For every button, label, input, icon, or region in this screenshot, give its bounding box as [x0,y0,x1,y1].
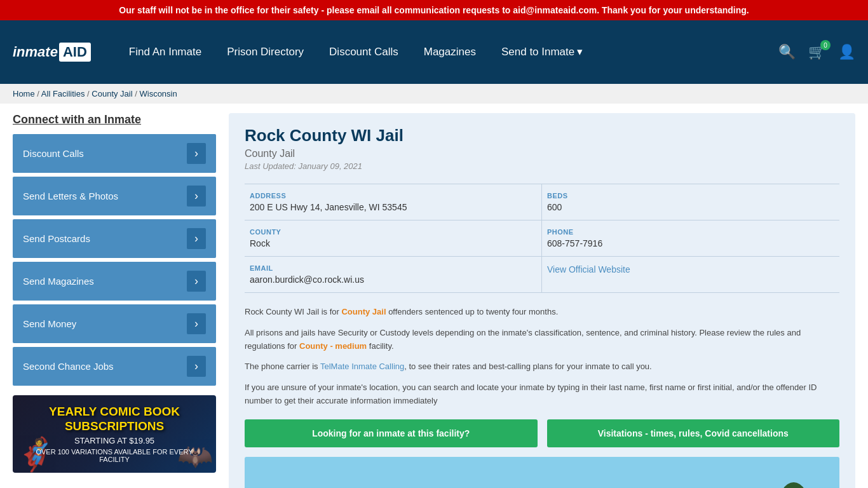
arrow-icon: › [187,186,206,207]
county-label: COUNTY [250,228,536,236]
action-buttons: Looking for an inmate at this facility? … [245,419,839,447]
ad-price: STARTING AT $19.95 [74,436,154,445]
cart-badge: 0 [820,40,831,50]
sidebar-btn-letters[interactable]: Send Letters & Photos › [13,177,216,215]
account-button[interactable]: 👤 [838,44,855,60]
beds-value: 600 [547,202,834,212]
address-value: 200 E US Hwy 14, Janesville, WI 53545 [250,202,536,212]
main-content: Connect with an Inmate Discount Calls › … [0,104,868,488]
sidebar-btn-postcards[interactable]: Send Postcards › [13,219,216,258]
breadcrumb: Home / All Facilities / County Jail / Wi… [0,84,868,104]
desc-para-3: The phone carrier is TelMate Inmate Call… [245,360,839,374]
facility-type: County Jail [245,148,839,159]
search-button[interactable]: 🔍 [778,44,796,60]
sidebar-ad[interactable]: 🦸 YEARLY COMIC BOOKSUBSCRIPTIONS STARTIN… [13,395,216,473]
facility-image [245,457,839,488]
sidebar-btn-discount-calls[interactable]: Discount Calls › [13,134,216,173]
facility-updated: Last Updated: January 09, 2021 [245,161,839,171]
website-link[interactable]: View Official Website [547,264,630,274]
facility-description: Rock County WI Jail is for County Jail o… [245,306,839,408]
website-cell: View Official Website [542,257,839,293]
nav-prison-directory[interactable]: Prison Directory [214,20,316,84]
alert-text: Our staff will not be in the office for … [119,5,749,15]
county-value: Rock [250,238,536,248]
cart-button[interactable]: 🛒 0 [808,44,825,60]
phone-value: 608-757-7916 [547,238,834,248]
sidebar-title: Connect with an Inmate [13,113,216,126]
sidebar-btn-magazines[interactable]: Send Magazines › [13,262,216,301]
email-value: aaron.burdick@co.rock.wi.us [250,274,536,285]
sidebar-btn-money[interactable]: Send Money › [13,304,216,343]
ad-subtitle: OVER 100 VARIATIONS AVAILABLE FOR EVERY … [22,448,207,463]
find-inmate-button[interactable]: Looking for an inmate at this facility? [245,419,538,447]
nav-magazines[interactable]: Magazines [411,20,489,84]
address-cell: ADDRESS 200 E US Hwy 14, Janesville, WI … [245,184,542,220]
county-medium-link[interactable]: County - medium [299,341,367,351]
ad-title: YEARLY COMIC BOOKSUBSCRIPTIONS [49,405,180,434]
breadcrumb-all-facilities[interactable]: All Facilities [41,89,85,98]
sidebar-btn-jobs[interactable]: Second Chance Jobs › [13,347,216,386]
main-nav: Find An Inmate Prison Directory Discount… [116,20,778,84]
facility-info-grid: ADDRESS 200 E US Hwy 14, Janesville, WI … [245,184,839,293]
visitation-button[interactable]: Visitations - times, rules, Covid cancel… [547,419,840,447]
nav-find-inmate[interactable]: Find An Inmate [116,20,214,84]
email-cell: EMAIL aaron.burdick@co.rock.wi.us [245,257,542,293]
breadcrumb-wisconsin[interactable]: Wisconsin [139,89,177,98]
nav-discount-calls[interactable]: Discount Calls [316,20,411,84]
desc-para-2: All prisons and jails have Security or C… [245,327,839,353]
arrow-icon: › [187,313,206,334]
phone-cell: PHONE 608-757-7916 [542,220,839,257]
address-label: ADDRESS [250,192,536,200]
nav-send-to-inmate[interactable]: Send to Inmate ▾ [489,20,595,84]
facility-name: Rock County WI Jail [245,126,839,146]
tree-right [778,482,810,488]
logo-box: inmate AID [13,43,91,62]
nav-icons: 🔍 🛒 0 👤 [778,44,855,60]
county-jail-link[interactable]: County Jail [341,307,386,316]
logo-inmate-text: inmate [13,44,58,60]
arrow-icon: › [187,271,206,292]
phone-label: PHONE [547,228,834,236]
desc-para-1: Rock County WI Jail is for County Jail o… [245,306,839,319]
arrow-icon: › [187,228,206,249]
beds-cell: BEDS 600 [542,184,839,220]
site-header: inmate AID Find An Inmate Prison Directo… [0,20,868,84]
breadcrumb-home[interactable]: Home [13,89,35,98]
telmate-link[interactable]: TelMate Inmate Calling [320,362,404,371]
breadcrumb-county-jail[interactable]: County Jail [92,89,132,98]
arrow-icon: › [187,356,206,377]
county-cell: COUNTY Rock [245,220,542,257]
email-label: EMAIL [250,264,536,272]
beds-label: BEDS [547,192,834,200]
desc-para-4: If you are unsure of your inmate's locat… [245,381,839,408]
alert-banner: Our staff will not be in the office for … [0,0,868,20]
logo[interactable]: inmate AID [13,43,91,62]
logo-aid-text: AID [59,43,91,62]
facility-detail: Rock County WI Jail County Jail Last Upd… [229,113,855,488]
arrow-icon: › [187,143,206,164]
sidebar: Connect with an Inmate Discount Calls › … [13,113,216,488]
